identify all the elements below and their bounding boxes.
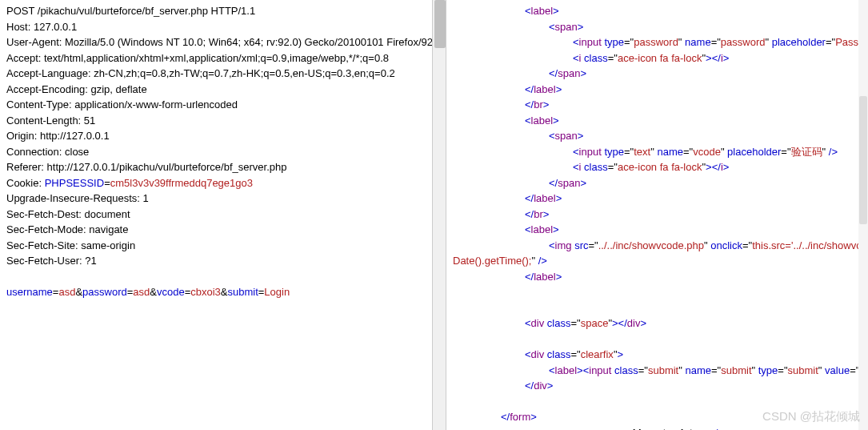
source-line: <label>: [453, 113, 862, 129]
param-value: asd: [133, 286, 150, 298]
blank-line: [6, 269, 426, 284]
source-line: </label>: [453, 269, 862, 285]
source-line: </span>: [453, 175, 862, 191]
param-value: asd: [58, 286, 75, 298]
param-name: submit: [227, 286, 258, 298]
header-line: Origin: http://127.0.0.1: [6, 128, 426, 144]
header-line: Host: 127.0.0.1: [6, 19, 426, 35]
source-line: <label>: [453, 3, 862, 19]
param-name: username: [6, 286, 53, 298]
cookie-name: PHPSESSID: [45, 177, 104, 189]
source-line: [453, 284, 862, 300]
source-line: </div>: [453, 378, 862, 394]
source-line: <i class="ace-icon fa fa-lock"></i>: [453, 159, 862, 175]
source-line: </label>: [453, 82, 862, 98]
cookie-header: Cookie: PHPSESSID=cm5l3v3v39ffrmeddq7ege…: [6, 175, 426, 191]
source-line: [453, 394, 862, 410]
header-line: POST /pikachu/vul/burteforce/bf_server.p…: [6, 3, 426, 19]
header-line: Accept: text/html,application/xhtml+xml,…: [6, 50, 426, 66]
header-line: User-Agent: Mozilla/5.0 (Windows NT 10.0…: [6, 34, 426, 50]
source-line: </br>: [453, 207, 862, 223]
source-line: </label>: [453, 191, 862, 207]
source-line: <label>: [453, 222, 862, 238]
header-line: Content-Type: application/x-www-form-url…: [6, 97, 426, 113]
source-line: Date().getTime();" />: [453, 253, 862, 269]
header-line: Accept-Language: zh-CN,zh;q=0.8,zh-TW;q=…: [6, 66, 426, 82]
cookie-value: cm5l3v3v39ffrmeddq7ege1go3: [110, 177, 253, 189]
source-line: </span>: [453, 66, 862, 82]
source-line: <label><input class="submit" name="submi…: [453, 363, 862, 379]
right-scrollbar-thumb[interactable]: [859, 96, 867, 224]
header-line: Connection: close: [6, 144, 426, 160]
source-line: <i class="ace-icon fa fa-lock"></i>: [453, 50, 862, 66]
header-line: Referer: http://127.0.0.1/pikachu/vul/bu…: [6, 159, 426, 175]
source-line: <span>: [453, 128, 862, 144]
request-body: username=asd&password=asd&vcode=cbxoi3&s…: [6, 284, 426, 300]
param-value: Login: [264, 286, 290, 298]
source-line: </form>: [453, 409, 862, 425]
left-scrollbar-thumb[interactable]: [434, 0, 446, 48]
right-scrollbar[interactable]: [858, 0, 868, 430]
cookie-label: Cookie:: [6, 177, 45, 189]
split-view: POST /pikachu/vul/burteforce/bf_server.p…: [0, 0, 868, 430]
source-line: <input type="password" name="password" p…: [453, 34, 862, 50]
source-line: <div class="clearfix">: [453, 347, 862, 363]
header-line: Accept-Encoding: gzip, deflate: [6, 82, 426, 98]
header-line: Sec-Fetch-Mode: navigate: [6, 222, 426, 238]
source-line: <img src="../../inc/showvcode.php" oncli…: [453, 238, 862, 254]
source-line: [453, 300, 862, 316]
request-pane[interactable]: POST /pikachu/vul/burteforce/bf_server.p…: [0, 0, 432, 430]
http-headers-2: Upgrade-Insecure-Requests: 1Sec-Fetch-De…: [6, 191, 426, 269]
html-source-view: <label><span><input type="password" name…: [453, 3, 862, 430]
source-line: <input type="text" name="vcode" placehol…: [453, 144, 862, 160]
param-value: cbxoi3: [190, 286, 221, 298]
source-line: <p> username or password is not exists～<…: [453, 425, 862, 431]
response-pane[interactable]: <label><span><input type="password" name…: [446, 0, 868, 430]
param-name: password: [82, 286, 127, 298]
param-name: vcode: [157, 286, 185, 298]
source-line: [453, 332, 862, 348]
source-line: <div class="space"></div>: [453, 315, 862, 332]
header-line: Content-Length: 51: [6, 113, 426, 129]
source-line: <span>: [453, 19, 862, 35]
source-line: </br>: [453, 97, 862, 113]
header-line: Upgrade-Insecure-Requests: 1: [6, 191, 426, 207]
header-line: Sec-Fetch-User: ?1: [6, 253, 426, 269]
http-headers: POST /pikachu/vul/burteforce/bf_server.p…: [6, 3, 426, 175]
header-line: Sec-Fetch-Dest: document: [6, 207, 426, 223]
header-line: Sec-Fetch-Site: same-origin: [6, 238, 426, 254]
pane-divider[interactable]: [432, 0, 446, 430]
